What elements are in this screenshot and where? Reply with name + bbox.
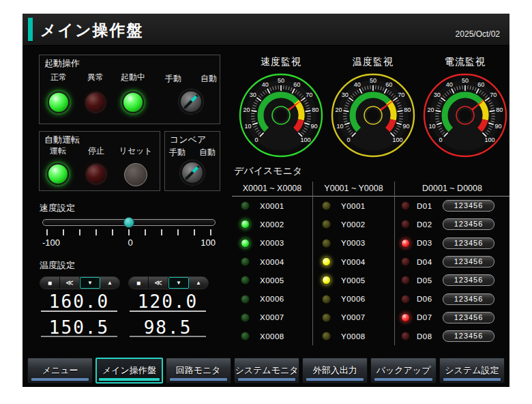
startup-mode-knob[interactable] xyxy=(179,89,203,114)
yellow-indicator-lamp xyxy=(322,201,331,210)
nav-tab-underline xyxy=(99,378,159,381)
down-button[interactable]: ▼ xyxy=(168,277,189,289)
bottom-navigation: メニューメイン操作盤回路モニタシステムモニタ外部入出力バックアップシステム設定 xyxy=(27,358,505,384)
data-value-display[interactable]: 123456 xyxy=(443,218,494,230)
lamp-label: 正常 xyxy=(41,72,76,81)
data-value-display[interactable]: 123456 xyxy=(443,274,494,286)
nav-tab-underline xyxy=(374,378,432,381)
stop-button[interactable]: ■ xyxy=(129,277,149,289)
nav-tab-6[interactable]: バックアップ xyxy=(370,358,436,384)
monitor-row: Y0001 xyxy=(313,197,394,215)
lamp-label: 停止 xyxy=(80,145,112,155)
data-value-display[interactable]: 123456 xyxy=(443,256,494,268)
nav-tab-4[interactable]: システムモニタ xyxy=(234,358,299,384)
nav-tab-underline xyxy=(443,378,501,381)
device-label: D05 xyxy=(417,276,441,285)
temperature-gauge: 温度監視0102030405060708090100 xyxy=(329,56,417,160)
temp-setpoint-right[interactable]: 120.0 xyxy=(130,291,206,312)
hmi-screen: メイン操作盤 2025/Oct/02 起動操作 正常異常起動中 手動 自動 自動… xyxy=(23,14,509,387)
device-label: D02 xyxy=(417,220,441,229)
monitor-row: D04123456 xyxy=(395,252,509,271)
monitor-column-y: Y0001 ~ Y0008 Y0001Y0002Y0003Y0004Y0005Y… xyxy=(312,182,394,345)
speed-slider: -100 0 100 xyxy=(42,219,216,248)
red-indicator-lamp xyxy=(401,201,410,210)
up-button[interactable]: ▲ xyxy=(100,277,119,289)
device-label: D03 xyxy=(417,239,441,247)
nav-tab-7[interactable]: システム設定 xyxy=(439,358,505,384)
yellow-indicator-lamp xyxy=(322,257,331,266)
monitor-row: X0007 xyxy=(232,308,312,327)
page-title: メイン操作盤 xyxy=(40,20,144,41)
slider-tick xyxy=(194,229,195,235)
slider-tick xyxy=(177,229,179,235)
green-pilot-lamp xyxy=(48,91,70,113)
svg-text:90: 90 xyxy=(402,123,409,130)
gauge-title: 電流監視 xyxy=(421,56,509,70)
lamp-label: 異常 xyxy=(78,72,113,81)
slider-tick xyxy=(95,229,97,235)
reset-button[interactable] xyxy=(124,163,147,186)
monitor-row: Y0004 xyxy=(313,252,394,271)
slider-ticks xyxy=(42,229,216,235)
conveyor-panel: コンベア 手動 自動 xyxy=(164,131,220,191)
red-indicator-lamp xyxy=(401,257,410,266)
gauge-dial: 0102030405060708090100 xyxy=(421,71,509,160)
slider-tick xyxy=(210,229,211,235)
red-indicator-lamp xyxy=(401,313,410,322)
temp-setpoint-left[interactable]: 160.0 xyxy=(41,291,117,312)
fast-down-button[interactable]: ≪ xyxy=(60,277,80,289)
conveyor-mode-knob[interactable] xyxy=(180,160,205,185)
red-indicator-lamp xyxy=(401,239,410,248)
slider-track[interactable] xyxy=(42,219,216,226)
auto-label: 自動 xyxy=(201,73,217,83)
device-monitor-table: X0001 ~ X0008 X0001X0002X0003X0004X0005X… xyxy=(232,182,509,345)
monitor-row: D05123456 xyxy=(395,271,509,289)
svg-text:60: 60 xyxy=(385,81,392,88)
device-label: D08 xyxy=(417,332,441,341)
nav-tab-5[interactable]: 外部入出力 xyxy=(302,358,368,384)
auto-panel-title: 自動運転 xyxy=(44,134,80,146)
data-value-display[interactable]: 123456 xyxy=(443,237,494,249)
monitor-row: X0005 xyxy=(232,271,312,289)
stop-button[interactable]: ■ xyxy=(40,277,60,289)
monitor-row: Y0002 xyxy=(313,215,394,233)
slider-tick xyxy=(79,229,80,235)
data-value-display[interactable]: 123456 xyxy=(443,312,494,323)
temp-current-left: 150.5 xyxy=(41,318,117,337)
slider-mid-label: 0 xyxy=(128,237,133,248)
slider-tick xyxy=(161,229,162,235)
speed-setting-title: 速度設定 xyxy=(40,202,75,214)
nav-tab-label: メイン操作盤 xyxy=(102,364,156,377)
monitor-row: D02123456 xyxy=(395,215,509,233)
nav-tab-1[interactable]: メニュー xyxy=(27,358,93,384)
up-button[interactable]: ▲ xyxy=(189,277,208,289)
yellow-indicator-lamp xyxy=(322,276,331,285)
title-accent-bar xyxy=(28,18,33,41)
yellow-indicator-lamp xyxy=(322,295,331,304)
green-indicator-lamp xyxy=(241,257,250,266)
svg-text:10: 10 xyxy=(336,123,343,130)
data-value-display[interactable]: 123456 xyxy=(443,330,494,342)
svg-text:80: 80 xyxy=(496,106,503,113)
red-pilot-lamp xyxy=(85,163,107,185)
nav-tab-underline xyxy=(306,378,364,381)
device-label: Y0006 xyxy=(341,295,366,303)
monitor-column-x: X0001 ~ X0008 X0001X0002X0003X0004X0005X… xyxy=(232,182,312,345)
down-button[interactable]: ▼ xyxy=(80,277,100,289)
device-label: D07 xyxy=(417,313,441,321)
lamp-unit: 正常 xyxy=(41,72,76,113)
red-indicator-lamp xyxy=(401,220,410,229)
red-pilot-lamp xyxy=(85,91,106,113)
lamp-label: 起動中 xyxy=(113,72,153,81)
yellow-indicator-lamp xyxy=(322,220,331,229)
data-value-display[interactable]: 123456 xyxy=(443,293,494,305)
nav-tab-3[interactable]: 回路モニタ xyxy=(166,358,231,384)
conveyor-panel-title: コンベア xyxy=(170,134,206,146)
svg-text:50: 50 xyxy=(278,77,284,84)
nav-tab-2[interactable]: メイン操作盤 xyxy=(95,358,162,384)
fast-down-button[interactable]: ≪ xyxy=(149,277,168,289)
device-label: D06 xyxy=(417,295,441,303)
data-value-display[interactable]: 123456 xyxy=(443,200,494,212)
svg-text:20: 20 xyxy=(428,106,434,113)
slider-thumb[interactable] xyxy=(123,217,134,228)
